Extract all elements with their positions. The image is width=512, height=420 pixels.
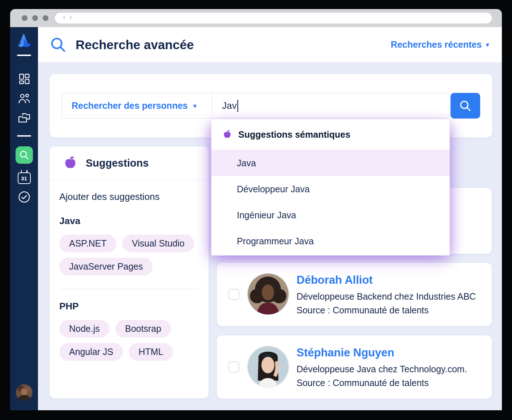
recent-searches-label: Recherches récentes [391, 39, 482, 50]
browser-window: ‹ › [10, 9, 502, 410]
candidate-photo [248, 274, 289, 314]
suggestion-item-ingenieur-java[interactable]: Ingénieur Java [212, 202, 449, 228]
candidate-headline: Développeuse Backend chez Industries ABC [296, 291, 476, 302]
apple-icon [63, 156, 78, 171]
back-icon[interactable]: ‹ [63, 13, 65, 21]
sidebar: 31 [10, 27, 38, 410]
sidebar-divider [17, 55, 31, 56]
text-cursor [237, 100, 238, 112]
candidate-card: Stéphanie Nguyen Développeuse Java chez … [217, 335, 492, 399]
candidate-checkbox[interactable] [228, 289, 239, 300]
folders-icon [18, 112, 31, 123]
tag-list: Node.js Bootsrap Angular JS HTML [59, 320, 199, 361]
window-close-button[interactable] [22, 15, 27, 21]
candidate-name-link[interactable]: Déborah Alliot [296, 274, 476, 287]
search-scope-label: Rechercher des personnes [72, 100, 188, 111]
dropdown-title: Suggestions sémantiques [238, 129, 350, 140]
candidate-photo [248, 346, 289, 387]
tag-list: ASP.NET Visual Studio JavaServer Pages [59, 235, 199, 275]
suggestions-panel-body: Ajouter des suggestions Java ASP.NET Vis… [50, 180, 209, 361]
user-avatar[interactable] [16, 384, 33, 401]
suggestion-group-java: Java [59, 215, 199, 227]
app-canvas: 31 [10, 27, 502, 410]
active-indicator [16, 146, 33, 164]
search-icon [19, 150, 29, 160]
dashboard-grid-icon [18, 73, 30, 85]
search-bar: Rechercher des personnes ▼ Jav [61, 93, 450, 119]
candidate-info: Stéphanie Nguyen Développeuse Java chez … [296, 346, 467, 388]
user-avatar-photo [16, 384, 33, 401]
sidebar-divider [17, 135, 31, 137]
tag-angular-js[interactable]: Angular JS [59, 343, 123, 361]
tag-visual-studio[interactable]: Visual Studio [122, 235, 194, 252]
candidate-source: Source : Communauté de talents [296, 378, 467, 388]
url-bar[interactable]: ‹ › [55, 13, 492, 23]
group-divider [59, 289, 199, 289]
people-icon [18, 92, 31, 104]
search-query-text: Jav [222, 100, 236, 111]
candidate-info: Déborah Alliot Développeuse Backend chez… [296, 274, 476, 316]
candidate-name-link[interactable]: Stéphanie Nguyen [296, 346, 467, 359]
check-circle-icon [18, 190, 31, 203]
chevron-down-icon: ▼ [192, 103, 198, 110]
tag-aspnet[interactable]: ASP.NET [59, 235, 116, 252]
add-suggestions-label: Ajouter des suggestions [59, 191, 199, 202]
tag-nodejs[interactable]: Node.js [59, 320, 110, 338]
suggestions-panel-header: Suggestions [50, 146, 209, 180]
suggestions-panel: Suggestions Ajouter des suggestions Java… [50, 146, 209, 398]
window-maximize-button[interactable] [43, 15, 48, 21]
calendar-day-label: 31 [21, 175, 27, 181]
suggestion-item-developpeur-java[interactable]: Développeur Java [212, 176, 449, 202]
candidate-source: Source : Communauté de talents [296, 305, 476, 316]
candidate-avatar [248, 274, 289, 314]
search-scope-select[interactable]: Rechercher des personnes ▼ [62, 93, 212, 118]
sidebar-item-calendar[interactable]: 31 [10, 170, 38, 184]
chevron-down-icon: ▼ [485, 42, 490, 48]
dropdown-header: Suggestions sémantiques [212, 119, 449, 150]
candidate-checkbox[interactable] [228, 361, 239, 373]
candidate-avatar [248, 346, 289, 387]
window-controls [22, 15, 48, 21]
calendar-icon: 31 [18, 172, 31, 184]
search-input[interactable]: Jav [212, 93, 450, 118]
suggestion-item-java[interactable]: Java [212, 150, 449, 176]
sidebar-item-people[interactable] [10, 92, 38, 104]
tag-html[interactable]: HTML [129, 343, 173, 361]
recent-searches-dropdown[interactable]: Recherches récentes ▼ [391, 39, 490, 50]
tag-bootsrap[interactable]: Bootsrap [115, 320, 171, 338]
apple-icon [222, 130, 232, 140]
window-minimize-button[interactable] [32, 15, 38, 21]
browser-chrome: ‹ › [10, 9, 502, 27]
tag-javaserver-pages[interactable]: JavaServer Pages [59, 258, 153, 275]
search-submit-button[interactable] [451, 93, 480, 119]
suggestion-item-programmeur-java[interactable]: Programmeur Java [212, 228, 449, 254]
candidate-headline: Développeuse Java chez Technology.com. [296, 364, 467, 374]
semantic-suggestions-dropdown: Suggestions sémantiques Java Développeur… [212, 119, 449, 255]
page-header: Recherche avancée Recherches récentes ▼ [38, 27, 502, 62]
forward-icon[interactable]: › [69, 13, 72, 21]
sidebar-item-tasks[interactable] [10, 190, 38, 203]
search-icon [459, 100, 472, 112]
sidebar-item-search[interactable] [10, 146, 38, 164]
page-title: Recherche avancée [76, 38, 194, 52]
app-logo-icon [16, 32, 32, 51]
sidebar-item-dashboard[interactable] [10, 73, 38, 85]
page-search-icon [50, 37, 67, 53]
suggestion-group-php: PHP [59, 301, 199, 312]
sidebar-item-projects[interactable] [10, 112, 38, 123]
candidate-card: Déborah Alliot Développeuse Backend chez… [217, 263, 492, 326]
suggestions-panel-title: Suggestions [86, 157, 149, 169]
